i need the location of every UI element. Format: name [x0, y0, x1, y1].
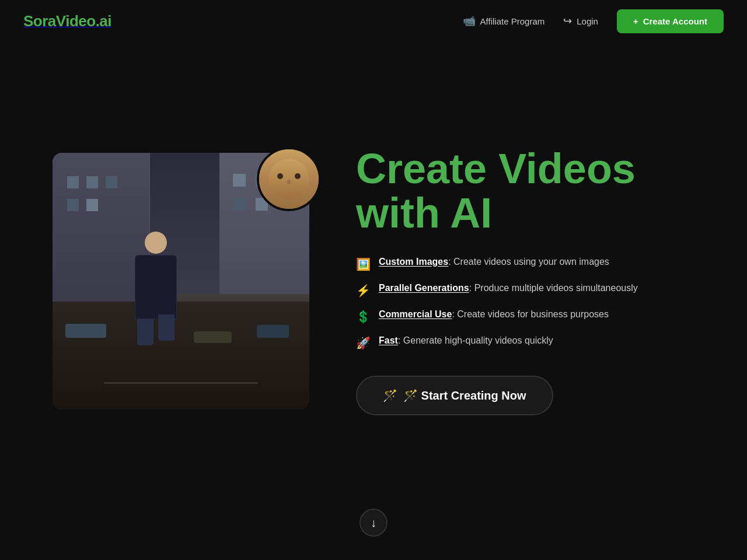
custom-images-icon: 🖼️	[356, 257, 371, 271]
scroll-indicator-wrapper: ↓	[0, 509, 747, 560]
login-label: Login	[577, 16, 598, 26]
commercial-icon: 💲	[356, 310, 371, 324]
feature-custom-images: 🖼️ Custom Images: Create videos using yo…	[356, 257, 694, 271]
heading-line2: with AI	[356, 190, 492, 236]
feature-parallel-desc: : Produce multiple videos simultaneously	[469, 283, 638, 293]
header: SoraVideo.ai 📹 Affiliate Program ↪ Login…	[0, 0, 747, 42]
feature-parallel-label: Parallel Generations	[379, 283, 469, 293]
avatar	[257, 147, 321, 211]
logo-suffix: .ai	[96, 12, 111, 30]
feature-fast: 🚀 Fast: Generate high-quality videos qui…	[356, 335, 694, 350]
wand-icon: 🪄	[383, 388, 397, 402]
feature-fast-desc: : Generate high-quality videos quickly	[398, 335, 553, 345]
scroll-down-icon: ↓	[371, 516, 376, 530]
login-icon: ↪	[563, 15, 572, 27]
features-list: 🖼️ Custom Images: Create videos using yo…	[356, 257, 694, 350]
affiliate-link[interactable]: 📹 Affiliate Program	[463, 15, 545, 27]
create-account-button[interactable]: + Create Account	[617, 9, 724, 33]
feature-custom-images-desc: : Create videos using your own images	[448, 257, 609, 267]
feature-commercial-desc: : Create videos for business purposes	[452, 309, 609, 319]
feature-fast-label: Fast	[379, 335, 398, 345]
heading-line1: Create Videos	[356, 145, 636, 192]
hero-section: Create Videos with AI 🖼️ Custom Images: …	[0, 42, 747, 509]
scroll-down-button[interactable]: ↓	[359, 509, 388, 537]
logo[interactable]: SoraVideo.ai	[23, 12, 111, 30]
fast-icon: 🚀	[356, 336, 371, 350]
feature-parallel-text: Parallel Generations: Produce multiple v…	[379, 283, 638, 293]
feature-custom-images-text: Custom Images: Create videos using your …	[379, 257, 609, 267]
nav: 📹 Affiliate Program ↪ Login + Create Acc…	[463, 9, 724, 33]
logo-text: SoraVideo	[23, 12, 96, 30]
create-account-label: Create Account	[643, 16, 707, 26]
parallel-icon: ⚡	[356, 284, 371, 298]
feature-commercial-label: Commercial Use	[379, 309, 452, 319]
feature-fast-text: Fast: Generate high-quality videos quick…	[379, 335, 553, 346]
affiliate-label: Affiliate Program	[480, 16, 545, 26]
login-link[interactable]: ↪ Login	[563, 15, 598, 27]
affiliate-icon: 📹	[463, 15, 476, 27]
feature-parallel: ⚡ Parallel Generations: Produce multiple…	[356, 283, 694, 298]
hero-heading: Create Videos with AI	[356, 147, 694, 235]
start-creating-button[interactable]: 🪄 🪄 Start Creating Now	[356, 376, 553, 415]
hero-text-section: Create Videos with AI 🖼️ Custom Images: …	[356, 147, 694, 415]
feature-commercial-text: Commercial Use: Create videos for busine…	[379, 309, 609, 320]
feature-commercial: 💲 Commercial Use: Create videos for busi…	[356, 309, 694, 324]
hero-image-section	[53, 153, 309, 410]
plus-icon: +	[633, 16, 638, 26]
feature-custom-images-label: Custom Images	[379, 257, 448, 267]
start-creating-label: 🪄 Start Creating Now	[403, 388, 526, 402]
